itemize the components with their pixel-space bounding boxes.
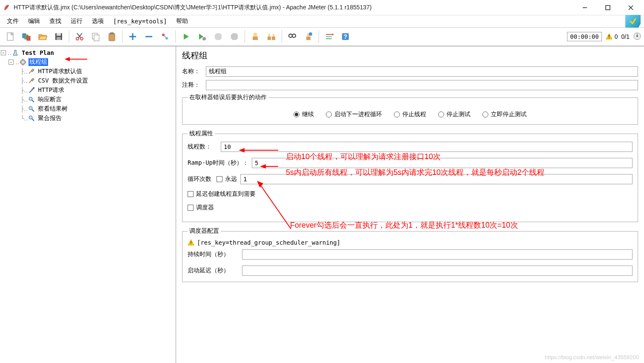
- shutdown-button[interactable]: [227, 29, 242, 44]
- svg-rect-29: [268, 37, 271, 40]
- collapse-icon[interactable]: −: [1, 50, 6, 55]
- tree-summary-report[interactable]: └‥ 聚合报告: [1, 114, 175, 123]
- loop-input[interactable]: [240, 174, 633, 184]
- clear-all-button[interactable]: [264, 29, 279, 44]
- name-input[interactable]: [206, 66, 638, 77]
- threads-label: 线程数：: [188, 143, 217, 151]
- paste-button[interactable]: [104, 29, 120, 44]
- threads-input[interactable]: [221, 142, 633, 152]
- warning-icon: !: [188, 239, 194, 246]
- svg-point-44: [636, 35, 638, 37]
- scheduler-checkbox[interactable]: 调度器: [188, 204, 633, 212]
- close-button[interactable]: [621, 1, 641, 14]
- duration-label: 持续时间（秒）: [188, 251, 239, 258]
- svg-point-25: [202, 37, 206, 40]
- menu-edit[interactable]: 编辑: [24, 16, 44, 26]
- svg-marker-26: [215, 33, 222, 40]
- rampup-input[interactable]: [252, 158, 633, 168]
- svg-rect-28: [253, 37, 258, 40]
- svg-line-55: [32, 109, 34, 111]
- menu-search[interactable]: 查找: [45, 16, 66, 26]
- titlebar: HTTP请求默认值.jmx (C:\Users\newantchen\Deskt…: [0, 0, 644, 15]
- svg-text:!: !: [608, 34, 610, 39]
- reset-search-button[interactable]: [301, 29, 316, 44]
- save-button[interactable]: [51, 29, 66, 44]
- svg-point-35: [309, 32, 312, 36]
- csdn-badge-icon: [625, 15, 641, 28]
- tree-thread-group[interactable]: − ‥ 线程组: [1, 57, 175, 67]
- function-helper-button[interactable]: [322, 29, 337, 44]
- collapse-button[interactable]: [141, 29, 157, 44]
- wrench-icon: [28, 77, 35, 85]
- radio-stop-test[interactable]: 停止测试: [438, 111, 470, 118]
- tree-response-assertion[interactable]: ├‥ 响应断言: [1, 95, 175, 104]
- toolbar: ? 00:00:00 ! 0 0/1: [0, 27, 644, 46]
- svg-rect-34: [306, 37, 311, 40]
- tree-csv-config[interactable]: ├‥ CSV 数据文件设置: [1, 76, 175, 86]
- start-no-pause-button[interactable]: [194, 29, 210, 44]
- maximize-button[interactable]: [598, 1, 618, 14]
- menu-tools[interactable]: [res_key=tools]: [109, 17, 171, 26]
- templates-button[interactable]: [19, 29, 34, 44]
- tree-test-plan[interactable]: − ‥ Test Plan: [1, 48, 175, 57]
- tree-http-request[interactable]: ├‥ HTTP请求: [1, 86, 175, 95]
- tree-panel[interactable]: − ‥ Test Plan − ‥ 线程组 ├‥ HTTP请求默认值 ├‥: [0, 46, 176, 363]
- beaker-icon: [11, 49, 19, 57]
- forever-checkbox[interactable]: 永远: [217, 175, 237, 183]
- svg-rect-10: [57, 37, 61, 40]
- thread-props-fieldset: 线程属性 线程数： Ramp-Up时间（秒）： 循环次数 永远 延迟创建线程直到…: [182, 130, 638, 222]
- clear-button[interactable]: [248, 29, 263, 44]
- svg-point-46: [22, 61, 24, 63]
- comment-label: 注释：: [182, 81, 206, 89]
- error-count: 0: [615, 33, 618, 40]
- svg-rect-16: [94, 35, 99, 41]
- menu-run[interactable]: 运行: [66, 16, 87, 26]
- name-label: 名称：: [182, 68, 206, 75]
- jmeter-logo-icon: [3, 4, 10, 11]
- menubar: 文件 编辑 查找 运行 选项 [res_key=tools] 帮助: [0, 15, 644, 27]
- start-button[interactable]: [178, 29, 194, 44]
- toggle-button[interactable]: [157, 29, 173, 44]
- search-button[interactable]: [285, 29, 300, 44]
- new-button[interactable]: [3, 29, 18, 44]
- svg-line-24: [164, 36, 166, 37]
- svg-point-31: [289, 34, 292, 37]
- delay-create-checkbox[interactable]: 延迟创建线程直到需要: [188, 190, 633, 198]
- duration-input[interactable]: [242, 249, 633, 260]
- collapse-icon[interactable]: −: [9, 60, 14, 65]
- cut-button[interactable]: [72, 29, 87, 44]
- error-action-fieldset: 在取样器错误后要执行的动作 继续 启动下一进程循环 停止线程 停止测试 立即停止…: [182, 94, 638, 125]
- delay-label: 启动延迟（秒）: [188, 267, 239, 274]
- delay-input[interactable]: [242, 266, 633, 276]
- svg-rect-18: [110, 32, 114, 34]
- magnifier-icon: [28, 96, 35, 103]
- tree-view-results[interactable]: ├‥ 察看结果树: [1, 104, 175, 114]
- svg-point-32: [292, 34, 296, 37]
- svg-rect-30: [272, 37, 275, 40]
- copy-button[interactable]: [88, 29, 103, 44]
- svg-rect-9: [57, 33, 61, 36]
- scheduler-warning-text: [res_key=thread_group_scheduler_warning]: [197, 239, 340, 246]
- stop-button[interactable]: [211, 29, 226, 44]
- open-button[interactable]: [35, 29, 50, 44]
- gauge-icon: [633, 32, 641, 42]
- svg-point-39: [332, 34, 333, 35]
- radio-next-loop[interactable]: 启动下一进程循环: [326, 111, 382, 118]
- help-button[interactable]: ?: [338, 29, 353, 44]
- comment-input[interactable]: [206, 80, 638, 90]
- menu-file[interactable]: 文件: [3, 16, 23, 26]
- menu-help[interactable]: 帮助: [172, 16, 192, 26]
- tree-http-defaults[interactable]: ├‥ HTTP请求默认值: [1, 67, 175, 76]
- radio-stop-thread[interactable]: 停止线程: [394, 111, 426, 118]
- window-title: HTTP请求默认值.jmx (C:\Users\newantchen\Deskt…: [14, 4, 575, 11]
- svg-rect-1: [606, 6, 610, 10]
- minimize-button[interactable]: [575, 1, 595, 14]
- watermark: https://blog.csdn.net/weixin_43559200: [545, 354, 639, 360]
- svg-point-56: [29, 116, 32, 119]
- radio-continue[interactable]: 继续: [294, 111, 314, 118]
- rampup-label: Ramp-Up时间（秒）：: [188, 159, 248, 167]
- error-action-legend: 在取样器错误后要执行的动作: [188, 94, 268, 101]
- expand-button[interactable]: [125, 29, 140, 44]
- radio-stop-now[interactable]: 立即停止测试: [482, 111, 527, 118]
- menu-options[interactable]: 选项: [88, 16, 108, 26]
